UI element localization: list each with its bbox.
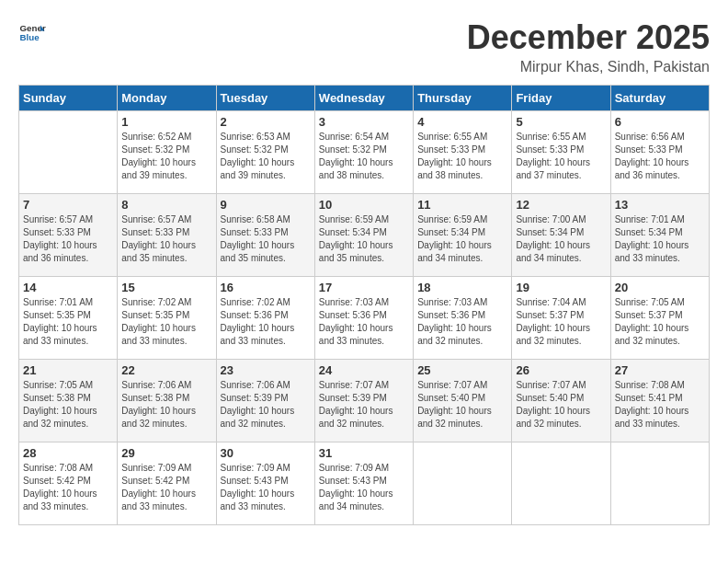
cell-info: Sunrise: 6:54 AM Sunset: 5:32 PM Dayligh…: [319, 131, 409, 182]
cell-info: Sunrise: 6:59 AM Sunset: 5:34 PM Dayligh…: [319, 213, 409, 265]
header-thursday: Thursday: [414, 86, 512, 111]
cell-info: Sunrise: 7:01 AM Sunset: 5:35 PM Dayligh…: [23, 296, 113, 348]
calendar-cell: 3 Sunrise: 6:54 AM Sunset: 5:32 PM Dayli…: [314, 111, 413, 194]
calendar-cell: 31 Sunrise: 7:09 AM Sunset: 5:43 PM Dayl…: [314, 442, 413, 525]
cell-day-number: 21: [23, 363, 113, 377]
cell-info: Sunrise: 7:06 AM Sunset: 5:38 PM Dayligh…: [121, 379, 211, 431]
cell-info: Sunrise: 6:57 AM Sunset: 5:33 PM Dayligh…: [121, 213, 211, 265]
header-tuesday: Tuesday: [216, 86, 314, 111]
cell-info: Sunrise: 7:02 AM Sunset: 5:35 PM Dayligh…: [121, 296, 211, 348]
cell-day-number: 11: [417, 198, 507, 212]
header-friday: Friday: [512, 86, 610, 111]
calendar-table: SundayMondayTuesdayWednesdayThursdayFrid…: [18, 85, 710, 525]
cell-info: Sunrise: 6:53 AM Sunset: 5:32 PM Dayligh…: [221, 131, 311, 182]
calendar-cell: 23 Sunrise: 7:06 AM Sunset: 5:39 PM Dayl…: [216, 360, 314, 442]
cell-day-number: 31: [319, 446, 409, 460]
cell-day-number: 12: [516, 198, 606, 212]
calendar-week-row: 7 Sunrise: 6:57 AM Sunset: 5:33 PM Dayli…: [19, 194, 710, 277]
cell-info: Sunrise: 7:05 AM Sunset: 5:37 PM Dayligh…: [615, 296, 705, 348]
header-wednesday: Wednesday: [314, 86, 413, 111]
calendar-cell: 24 Sunrise: 7:07 AM Sunset: 5:39 PM Dayl…: [314, 360, 413, 442]
cell-info: Sunrise: 7:09 AM Sunset: 5:43 PM Dayligh…: [319, 462, 409, 513]
header-saturday: Saturday: [610, 86, 709, 111]
cell-info: Sunrise: 6:56 AM Sunset: 5:33 PM Dayligh…: [615, 131, 705, 182]
cell-info: Sunrise: 7:09 AM Sunset: 5:43 PM Dayligh…: [221, 462, 311, 513]
cell-info: Sunrise: 6:59 AM Sunset: 5:34 PM Dayligh…: [417, 213, 507, 265]
calendar-cell: 15 Sunrise: 7:02 AM Sunset: 5:35 PM Dayl…: [118, 277, 216, 360]
cell-info: Sunrise: 7:06 AM Sunset: 5:39 PM Dayligh…: [221, 379, 311, 431]
cell-info: Sunrise: 7:07 AM Sunset: 5:39 PM Dayligh…: [319, 379, 409, 431]
cell-day-number: 10: [319, 198, 409, 212]
calendar-cell: 27 Sunrise: 7:08 AM Sunset: 5:41 PM Dayl…: [610, 360, 709, 442]
cell-day-number: 18: [417, 281, 507, 294]
calendar-cell: 10 Sunrise: 6:59 AM Sunset: 5:34 PM Dayl…: [314, 194, 413, 277]
calendar-cell: 19 Sunrise: 7:04 AM Sunset: 5:37 PM Dayl…: [512, 277, 610, 360]
header-monday: Monday: [118, 86, 216, 111]
cell-info: Sunrise: 7:01 AM Sunset: 5:34 PM Dayligh…: [615, 213, 705, 265]
calendar-header-row: SundayMondayTuesdayWednesdayThursdayFrid…: [19, 86, 710, 111]
cell-info: Sunrise: 7:07 AM Sunset: 5:40 PM Dayligh…: [516, 379, 606, 431]
cell-day-number: 13: [615, 198, 705, 212]
svg-text:Blue: Blue: [20, 32, 40, 42]
calendar-cell: 29 Sunrise: 7:09 AM Sunset: 5:42 PM Dayl…: [118, 442, 216, 525]
cell-info: Sunrise: 6:55 AM Sunset: 5:33 PM Dayligh…: [417, 131, 507, 182]
location-title: Mirpur Khas, Sindh, Pakistan: [467, 59, 710, 75]
calendar-cell: 6 Sunrise: 6:56 AM Sunset: 5:33 PM Dayli…: [610, 111, 709, 194]
cell-info: Sunrise: 7:08 AM Sunset: 5:42 PM Dayligh…: [23, 462, 113, 513]
cell-info: Sunrise: 7:04 AM Sunset: 5:37 PM Dayligh…: [516, 296, 606, 348]
calendar-cell: 22 Sunrise: 7:06 AM Sunset: 5:38 PM Dayl…: [118, 360, 216, 442]
page-header: General Blue December 2025 Mirpur Khas, …: [18, 18, 710, 75]
calendar-cell: 30 Sunrise: 7:09 AM Sunset: 5:43 PM Dayl…: [216, 442, 314, 525]
calendar-cell: 25 Sunrise: 7:07 AM Sunset: 5:40 PM Dayl…: [414, 360, 512, 442]
calendar-cell: 16 Sunrise: 7:02 AM Sunset: 5:36 PM Dayl…: [216, 277, 314, 360]
cell-info: Sunrise: 6:57 AM Sunset: 5:33 PM Dayligh…: [23, 213, 113, 265]
calendar-cell: 28 Sunrise: 7:08 AM Sunset: 5:42 PM Dayl…: [19, 442, 118, 525]
cell-day-number: 25: [417, 363, 507, 377]
cell-day-number: 17: [319, 281, 409, 294]
cell-info: Sunrise: 7:02 AM Sunset: 5:36 PM Dayligh…: [221, 296, 311, 348]
calendar-cell: 7 Sunrise: 6:57 AM Sunset: 5:33 PM Dayli…: [19, 194, 118, 277]
cell-day-number: 14: [23, 281, 113, 294]
cell-info: Sunrise: 7:07 AM Sunset: 5:40 PM Dayligh…: [417, 379, 507, 431]
cell-day-number: 20: [615, 281, 705, 294]
cell-day-number: 23: [221, 363, 311, 377]
calendar-week-row: 1 Sunrise: 6:52 AM Sunset: 5:32 PM Dayli…: [19, 111, 710, 194]
cell-day-number: 26: [516, 363, 606, 377]
cell-day-number: 4: [417, 115, 507, 129]
calendar-week-row: 14 Sunrise: 7:01 AM Sunset: 5:35 PM Dayl…: [19, 277, 710, 360]
calendar-cell: [610, 442, 709, 525]
calendar-cell: 5 Sunrise: 6:55 AM Sunset: 5:33 PM Dayli…: [512, 111, 610, 194]
cell-info: Sunrise: 7:00 AM Sunset: 5:34 PM Dayligh…: [516, 213, 606, 265]
cell-info: Sunrise: 7:03 AM Sunset: 5:36 PM Dayligh…: [417, 296, 507, 348]
cell-day-number: 27: [615, 363, 705, 377]
cell-info: Sunrise: 7:03 AM Sunset: 5:36 PM Dayligh…: [319, 296, 409, 348]
calendar-cell: 12 Sunrise: 7:00 AM Sunset: 5:34 PM Dayl…: [512, 194, 610, 277]
cell-day-number: 15: [121, 281, 211, 294]
calendar-cell: 9 Sunrise: 6:58 AM Sunset: 5:33 PM Dayli…: [216, 194, 314, 277]
calendar-cell: 2 Sunrise: 6:53 AM Sunset: 5:32 PM Dayli…: [216, 111, 314, 194]
cell-day-number: 22: [121, 363, 211, 377]
cell-info: Sunrise: 6:58 AM Sunset: 5:33 PM Dayligh…: [221, 213, 311, 265]
cell-day-number: 2: [221, 115, 311, 129]
cell-day-number: 19: [516, 281, 606, 294]
calendar-cell: [19, 111, 118, 194]
header-sunday: Sunday: [19, 86, 118, 111]
calendar-week-row: 28 Sunrise: 7:08 AM Sunset: 5:42 PM Dayl…: [19, 442, 710, 525]
cell-day-number: 30: [221, 446, 311, 460]
calendar-cell: 20 Sunrise: 7:05 AM Sunset: 5:37 PM Dayl…: [610, 277, 709, 360]
cell-day-number: 1: [121, 115, 211, 129]
cell-day-number: 9: [221, 198, 311, 212]
cell-day-number: 7: [23, 198, 113, 212]
cell-day-number: 29: [121, 446, 211, 460]
cell-info: Sunrise: 7:05 AM Sunset: 5:38 PM Dayligh…: [23, 379, 113, 431]
cell-day-number: 5: [516, 115, 606, 129]
cell-day-number: 8: [121, 198, 211, 212]
cell-day-number: 28: [23, 446, 113, 460]
cell-day-number: 16: [221, 281, 311, 294]
calendar-cell: 4 Sunrise: 6:55 AM Sunset: 5:33 PM Dayli…: [414, 111, 512, 194]
cell-day-number: 6: [615, 115, 705, 129]
logo-icon: General Blue: [18, 18, 46, 46]
calendar-cell: 14 Sunrise: 7:01 AM Sunset: 5:35 PM Dayl…: [19, 277, 118, 360]
logo: General Blue: [18, 18, 46, 46]
calendar-cell: 17 Sunrise: 7:03 AM Sunset: 5:36 PM Dayl…: [314, 277, 413, 360]
